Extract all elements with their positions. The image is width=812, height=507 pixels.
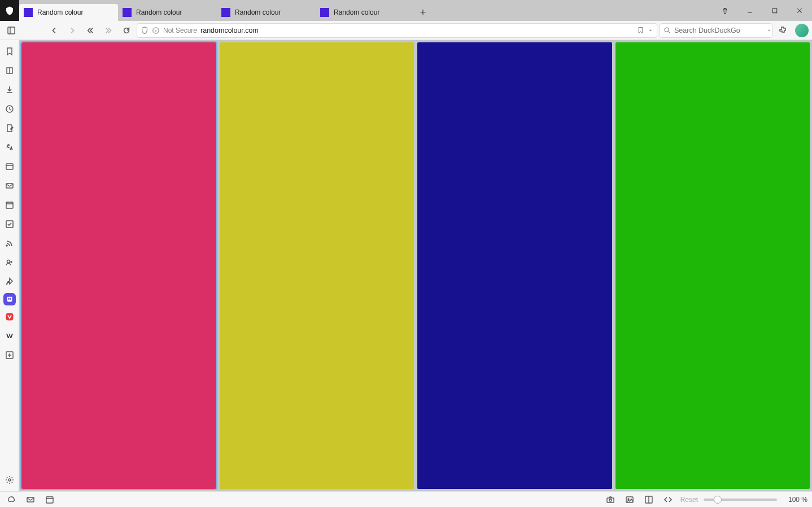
site-info-icon[interactable] (152, 27, 160, 34)
search-input[interactable] (674, 27, 763, 34)
tab-label: Random colour (235, 8, 281, 16)
bookmark-page-icon[interactable] (637, 27, 644, 34)
svg-point-12 (8, 479, 11, 481)
tab-3[interactable]: Random colour (217, 4, 316, 21)
search-field[interactable] (660, 23, 772, 38)
history-panel-icon[interactable] (2, 101, 18, 117)
favicon-icon (24, 8, 33, 17)
reload-button[interactable] (119, 23, 134, 38)
content-pane-1[interactable] (21, 42, 216, 489)
capture-page-icon[interactable] (604, 493, 617, 506)
svg-point-9 (7, 260, 10, 263)
url-text: randomcolour.com (200, 27, 259, 34)
svg-rect-13 (27, 497, 34, 502)
extensions-button[interactable] (775, 23, 791, 38)
trash-closed-tabs-button[interactable] (713, 2, 737, 19)
tasks-panel-icon[interactable] (2, 216, 18, 232)
window-controls (713, 0, 812, 21)
vivaldi-menu-button[interactable] (0, 0, 19, 21)
svg-rect-15 (607, 498, 614, 502)
svg-rect-7 (6, 202, 13, 208)
minimize-button[interactable] (737, 2, 762, 19)
calendar-status-icon[interactable] (43, 493, 56, 506)
security-status-label: Not Secure (163, 27, 197, 34)
window-panel-icon[interactable] (2, 159, 18, 174)
notes-panel-icon[interactable] (2, 120, 18, 136)
translate-panel-icon[interactable] (2, 139, 18, 155)
svg-rect-1 (8, 27, 15, 34)
tab-1[interactable]: Random colour (19, 4, 118, 21)
vivaldi-community-panel-icon[interactable] (2, 309, 18, 325)
status-bar: Reset 100 % (0, 491, 812, 507)
svg-rect-6 (6, 183, 13, 188)
mail-panel-icon[interactable] (2, 178, 18, 194)
sessions-panel-icon[interactable] (2, 274, 18, 290)
favicon-icon (221, 8, 230, 17)
zoom-slider-thumb[interactable] (714, 496, 722, 504)
search-engine-dropdown-icon[interactable] (766, 28, 772, 33)
calendar-panel-icon[interactable] (2, 197, 18, 213)
rewind-button[interactable] (82, 23, 98, 38)
tab-4[interactable]: Random colour (316, 4, 414, 21)
favicon-icon (320, 8, 329, 17)
zoom-slider[interactable] (704, 499, 777, 501)
profile-avatar[interactable] (795, 24, 809, 37)
svg-point-3 (665, 28, 669, 32)
tab-2[interactable]: Random colour (118, 4, 217, 21)
tab-bar: Random colour Random colour Random colou… (0, 0, 812, 21)
address-bar: Not Secure randomcolour.com (0, 21, 812, 40)
downloads-panel-icon[interactable] (2, 82, 18, 98)
page-tiling-icon[interactable] (642, 493, 656, 506)
new-tab-button[interactable]: + (414, 4, 431, 21)
mastodon-panel-icon[interactable] (3, 293, 16, 305)
close-window-button[interactable] (787, 2, 812, 19)
reading-list-panel-icon[interactable] (2, 63, 18, 78)
url-field[interactable]: Not Secure randomcolour.com (137, 23, 657, 38)
svg-point-16 (609, 499, 612, 501)
content-pane-3[interactable] (417, 42, 612, 489)
tab-label: Random colour (37, 8, 83, 16)
tabs-container: Random colour Random colour Random colou… (19, 0, 713, 21)
panel-sidebar (0, 40, 19, 491)
search-icon (663, 27, 671, 34)
tracker-shield-icon[interactable] (141, 27, 149, 34)
url-dropdown-icon[interactable] (648, 28, 653, 33)
svg-rect-0 (772, 8, 777, 13)
toggle-devtools-icon[interactable] (661, 493, 675, 506)
zoom-percent-label: 100 % (783, 496, 807, 504)
zoom-reset-button[interactable]: Reset (680, 496, 698, 504)
settings-panel-icon[interactable] (2, 472, 18, 488)
tab-label: Random colour (334, 8, 379, 16)
mail-status-icon[interactable] (24, 493, 37, 506)
tab-label: Random colour (136, 8, 182, 16)
svg-rect-5 (6, 164, 13, 169)
back-button[interactable] (46, 23, 62, 38)
svg-point-18 (628, 499, 629, 500)
tiled-content-area (19, 40, 812, 491)
favicon-icon (123, 8, 132, 17)
svg-rect-14 (46, 497, 53, 503)
content-pane-2[interactable] (220, 42, 414, 489)
fast-forward-button[interactable] (101, 23, 116, 38)
wikipedia-panel-icon[interactable] (2, 328, 18, 344)
add-web-panel-icon[interactable] (2, 347, 18, 363)
contacts-panel-icon[interactable] (2, 255, 18, 270)
image-toggle-icon[interactable] (623, 493, 636, 506)
maximize-button[interactable] (762, 2, 787, 19)
feeds-panel-icon[interactable] (2, 235, 18, 251)
sync-status-icon[interactable] (5, 493, 18, 506)
panel-toggle-button[interactable] (3, 23, 19, 38)
forward-button[interactable] (64, 23, 80, 38)
content-pane-4[interactable] (615, 42, 810, 489)
bookmarks-panel-icon[interactable] (2, 43, 18, 59)
